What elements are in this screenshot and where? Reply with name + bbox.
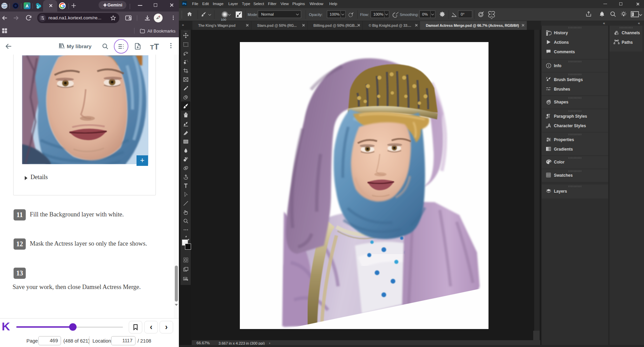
svg-text:Ps: Ps (183, 2, 186, 5)
svg-text:s: s (37, 4, 38, 7)
